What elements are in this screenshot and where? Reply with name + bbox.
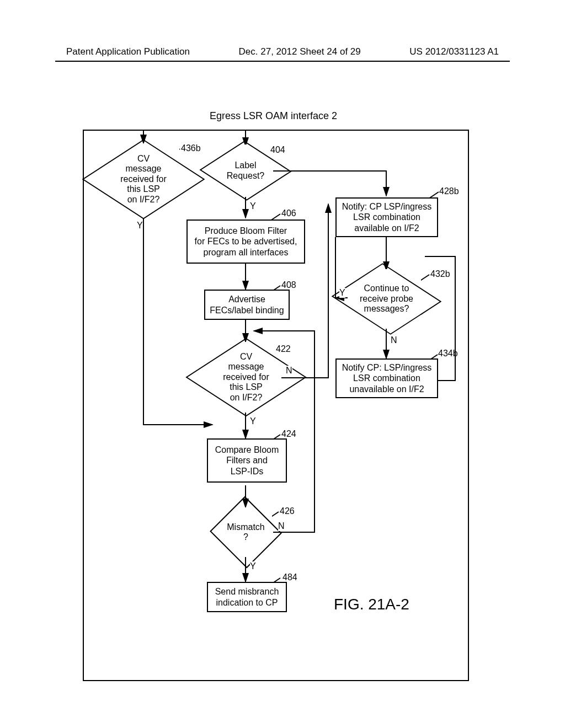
label-y-404: Y (250, 201, 256, 211)
decision-continue-probe: Continue to receive probe messages? (352, 269, 421, 329)
process-notify-unavailable: Notify CP: LSP/ingress LSR combination u… (335, 358, 438, 398)
label-y-436b: Y (137, 221, 143, 231)
decision-cv-received-422: CV message received for this LSP on I/F2… (211, 342, 281, 413)
flowchart-diagram: Egress LSR OAM interface 2 (88, 110, 475, 695)
process-advertise-fecs: Advertise FECs/label binding (204, 290, 290, 320)
process-produce-bloom: Produce Bloom Filter for FECs to be adve… (186, 220, 305, 264)
process-send-misbranch: Send misbranch indication to CP (207, 582, 287, 612)
ref-408: 408 (281, 280, 296, 290)
label-n-426: N (278, 521, 285, 531)
decision-cv-received-436b: CV message received for this LSP on I/F2… (108, 143, 179, 215)
header-center: Dec. 27, 2012 Sheet 24 of 29 (239, 46, 361, 57)
label-y-432b: Y (339, 288, 345, 298)
process-compare-bloom: Compare Bloom Filters and LSP-IDs (207, 438, 287, 483)
label-n-422: N (286, 366, 292, 376)
decision-label-request: Label Request? (218, 144, 273, 197)
ref-404: 404 (270, 145, 285, 155)
label-y-426: Y (250, 561, 256, 571)
figure-label: FIG. 21A-2 (334, 596, 409, 613)
ref-432b: 432b (430, 269, 450, 279)
ref-426: 426 (280, 506, 295, 516)
label-y-422: Y (250, 416, 256, 426)
ref-422: 422 (276, 344, 291, 354)
diagram-title: Egress LSR OAM interface 2 (210, 110, 337, 122)
header-left: Patent Application Publication (66, 46, 190, 57)
patent-header: Patent Application Publication Dec. 27, … (0, 46, 565, 57)
header-divider (55, 61, 510, 62)
process-notify-available: Notify: CP LSP/ingress LSR combination a… (335, 197, 438, 237)
header-right: US 2012/0331123 A1 (409, 46, 499, 57)
label-n-432b: N (391, 335, 397, 345)
ref-436b: 436b (181, 143, 201, 153)
ref-484: 484 (282, 572, 297, 582)
ref-424: 424 (281, 429, 296, 439)
ref-406: 406 (281, 208, 296, 218)
ref-428b: 428b (439, 186, 459, 196)
ref-434b: 434b (438, 349, 458, 358)
decision-mismatch: Mismatch ? (220, 507, 272, 557)
